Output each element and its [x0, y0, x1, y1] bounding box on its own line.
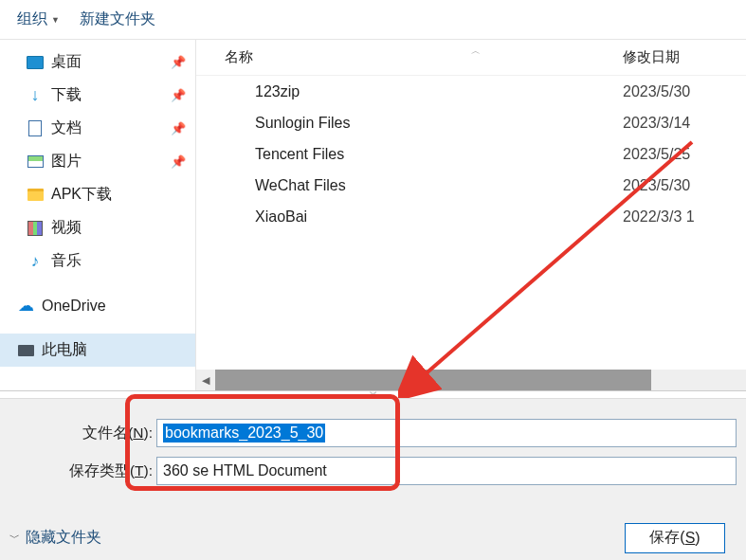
pin-icon: 📌 [171, 121, 186, 135]
hide-folders-label: 隐藏文件夹 [26, 528, 101, 548]
folder-icon [225, 83, 246, 100]
sidebar-item-thispc[interactable]: 此电脑 [0, 334, 195, 367]
resize-divider[interactable]: ︾ [0, 390, 746, 398]
file-name: XiaoBai [255, 208, 623, 226]
folder-icon [225, 146, 246, 163]
filetype-row: 保存类型(T): 360 se HTML Document [9, 456, 737, 486]
pin-icon: 📌 [171, 88, 186, 102]
table-row[interactable]: 123zip 2023/5/30 [196, 76, 746, 107]
main-area: 桌面 📌 ↓ 下载 📌 文档 📌 图片 📌 APK下载 视频 ♪ 音乐 [0, 40, 746, 390]
new-folder-label: 新建文件夹 [80, 9, 155, 29]
column-name-label: 名称 [225, 48, 253, 66]
sidebar-item-desktop[interactable]: 桌面 📌 [0, 45, 195, 79]
toolbar: 组织 ▼ 新建文件夹 [0, 0, 746, 40]
folder-icon [225, 208, 246, 226]
file-date: 2023/3/14 [623, 115, 746, 132]
column-header[interactable]: ︿ 名称 修改日期 [196, 40, 746, 76]
content-pane: ︿ 名称 修改日期 123zip 2023/5/30 Sunlogin File… [196, 40, 746, 390]
organize-menu[interactable]: 组织 ▼ [9, 6, 67, 33]
file-date: 2023/5/25 [623, 146, 746, 163]
chevron-down-icon: ▼ [51, 15, 60, 25]
scroll-thumb[interactable] [215, 370, 651, 390]
sidebar-item-apk[interactable]: APK下载 [0, 178, 195, 211]
chevron-down-icon: ﹀ [9, 531, 20, 545]
sidebar-item-label: 文档 [51, 118, 82, 138]
sidebar-item-music[interactable]: ♪ 音乐 [0, 244, 195, 278]
file-name: Sunlogin Files [255, 115, 623, 132]
filename-value: bookmarks_2023_5_30 [163, 424, 325, 443]
music-icon: ♪ [27, 253, 44, 270]
sidebar-item-label: 此电脑 [42, 340, 87, 360]
table-row[interactable]: Tencent Files 2023/5/25 [196, 138, 746, 170]
file-name: WeChat Files [255, 177, 623, 194]
folder-icon [225, 115, 246, 132]
organize-label: 组织 [17, 9, 47, 29]
table-row[interactable]: WeChat Files 2023/5/30 [196, 170, 746, 201]
sidebar[interactable]: 桌面 📌 ↓ 下载 📌 文档 📌 图片 📌 APK下载 视频 ♪ 音乐 [0, 40, 196, 390]
hide-folders-toggle[interactable]: ﹀ 隐藏文件夹 [9, 528, 101, 548]
sidebar-item-label: 下载 [51, 85, 82, 105]
sidebar-item-onedrive[interactable]: ☁ OneDrive [0, 289, 195, 322]
table-row[interactable]: XiaoBai 2022/3/3 1 [196, 201, 746, 232]
sidebar-item-documents[interactable]: 文档 📌 [0, 112, 195, 145]
filename-input[interactable]: bookmarks_2023_5_30 [156, 419, 737, 447]
file-name: Tencent Files [255, 146, 623, 163]
video-icon [27, 220, 44, 237]
sidebar-item-downloads[interactable]: ↓ 下载 📌 [0, 79, 195, 112]
sidebar-item-label: 视频 [51, 218, 82, 238]
pin-icon: 📌 [171, 55, 186, 69]
scroll-left-icon[interactable]: ◀ [196, 370, 215, 390]
document-icon [27, 120, 44, 137]
file-date: 2022/3/3 1 [623, 208, 746, 226]
sort-indicator-icon: ︿ [471, 45, 481, 58]
filetype-select[interactable]: 360 se HTML Document [156, 457, 737, 485]
sidebar-item-videos[interactable]: 视频 [0, 211, 195, 244]
desktop-icon [27, 54, 44, 71]
filetype-label: 保存类型(T): [9, 461, 156, 481]
column-date-label: 修改日期 [623, 48, 680, 64]
column-date[interactable]: 修改日期 [623, 48, 746, 66]
filename-row: 文件名(N): bookmarks_2023_5_30 [9, 418, 737, 448]
filename-label: 文件名(N): [9, 424, 156, 443]
sidebar-item-label: OneDrive [42, 298, 106, 315]
sidebar-item-label: 图片 [51, 152, 82, 172]
sidebar-item-label: 桌面 [51, 52, 82, 72]
file-name: 123zip [255, 83, 623, 100]
bottom-bar: ﹀ 隐藏文件夹 保存(S) [0, 515, 746, 560]
file-date: 2023/5/30 [623, 83, 746, 100]
horizontal-scrollbar[interactable]: ◀ [196, 370, 746, 390]
folder-icon [27, 187, 44, 204]
folder-icon [225, 177, 246, 194]
picture-icon [27, 154, 44, 171]
pc-icon [17, 342, 34, 359]
new-folder-button[interactable]: 新建文件夹 [72, 6, 163, 33]
pin-icon: 📌 [171, 154, 186, 169]
download-icon: ↓ [27, 87, 44, 104]
save-form: 文件名(N): bookmarks_2023_5_30 保存类型(T): 360… [0, 398, 746, 560]
filetype-value: 360 se HTML Document [163, 462, 327, 479]
table-row[interactable]: Sunlogin Files 2023/3/14 [196, 107, 746, 138]
save-button[interactable]: 保存(S) [625, 523, 725, 553]
sidebar-item-pictures[interactable]: 图片 📌 [0, 145, 195, 178]
cloud-icon: ☁ [17, 298, 34, 315]
sidebar-item-label: 音乐 [51, 251, 82, 271]
file-date: 2023/5/30 [623, 177, 746, 194]
sidebar-item-label: APK下载 [51, 185, 112, 205]
file-list[interactable]: 123zip 2023/5/30 Sunlogin Files 2023/3/1… [196, 76, 746, 370]
column-name[interactable]: 名称 [225, 48, 623, 66]
